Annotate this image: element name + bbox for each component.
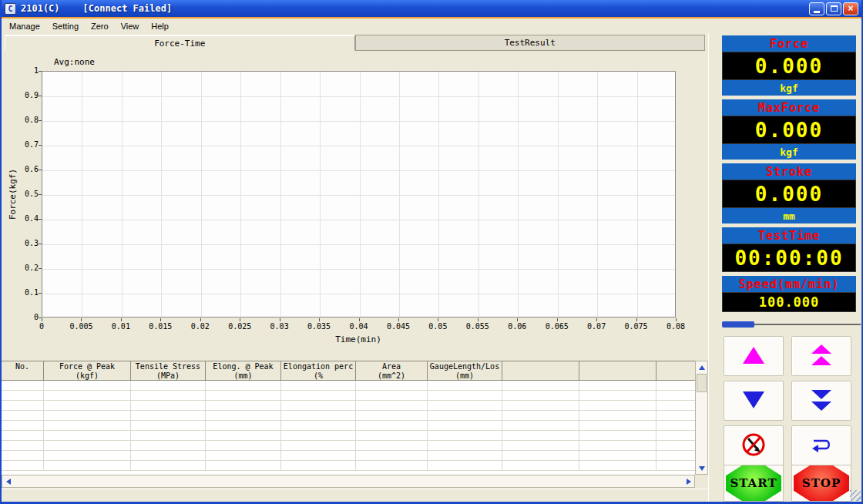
no-jog-icon (740, 432, 767, 459)
table-row[interactable] (2, 411, 695, 421)
title-bar[interactable]: C 2101(C) [Connect Failed] × (2, 0, 861, 17)
jog-fast-down-button[interactable] (791, 381, 851, 421)
table-cell (44, 451, 131, 460)
jog-fast-up-button[interactable] (791, 336, 851, 376)
slider-thumb[interactable] (722, 321, 754, 328)
tab-testresult[interactable]: TestResult (355, 35, 706, 51)
table-row[interactable] (2, 421, 695, 431)
scroll-left-button[interactable] (2, 475, 14, 487)
x-tick-label: 0.07 (576, 322, 616, 331)
table-cell (502, 451, 579, 460)
y-tick-label: 1 (12, 66, 39, 75)
table-row[interactable] (2, 461, 695, 471)
x-tick-mark (596, 318, 597, 321)
table-row[interactable] (2, 401, 695, 411)
table-cell (356, 451, 428, 460)
table-row[interactable] (2, 441, 695, 451)
column-header (579, 361, 656, 380)
app-window: C 2101(C) [Connect Failed] × ManageSetti… (0, 0, 863, 504)
table-cell (281, 421, 356, 430)
table-cell (131, 421, 206, 430)
stop-button[interactable]: STOP (791, 465, 851, 502)
tab-strip: Force-TimeTestResult (5, 35, 705, 51)
connect-status: [Connect Failed] (83, 3, 173, 14)
table-cell (579, 431, 656, 440)
close-button[interactable]: × (843, 2, 858, 15)
table-vertical-scrollbar[interactable] (695, 361, 708, 475)
table-cell (428, 441, 502, 450)
vertical-scroll-thumb[interactable] (697, 374, 707, 392)
table-cell (206, 451, 281, 460)
maximize-button[interactable] (826, 2, 841, 15)
table-cell (206, 431, 281, 440)
table-cell (281, 461, 356, 470)
table-cell (502, 411, 579, 420)
minimize-button[interactable] (809, 2, 824, 15)
menu-item-help[interactable]: Help (145, 19, 175, 33)
menu-item-setting[interactable]: Setting (46, 19, 85, 33)
table-row[interactable] (2, 431, 695, 441)
gauge-label: TestTime (722, 227, 856, 244)
table-cell (502, 421, 579, 430)
x-tick-mark (398, 318, 399, 321)
table-cell (579, 381, 656, 390)
jog-disable-button[interactable] (724, 425, 784, 465)
scroll-down-button[interactable] (696, 462, 707, 474)
table-row[interactable] (2, 391, 695, 401)
table-cell (428, 461, 502, 470)
table-cell (2, 391, 44, 400)
jog-down-button[interactable] (724, 381, 784, 421)
table-row[interactable] (2, 451, 695, 461)
gauge-value: 00:00:00 (722, 244, 856, 272)
table-cell (44, 381, 131, 390)
resize-grip[interactable] (850, 490, 861, 501)
window-controls: × (809, 2, 858, 15)
table-cell (428, 451, 502, 460)
table-cell (2, 411, 44, 420)
gridline-vertical (280, 72, 281, 317)
jog-up-button[interactable] (724, 336, 784, 376)
app-icon[interactable]: C (5, 3, 16, 15)
x-tick-mark (240, 318, 240, 321)
start-octagon-icon: START (726, 465, 781, 501)
table-cell (428, 411, 502, 420)
gauge-testtime: TestTime00:00:00 (722, 227, 856, 272)
x-tick-label: 0.01 (101, 322, 141, 331)
table-cell (131, 461, 206, 470)
gauge-label: MaxForce (722, 99, 856, 116)
status-bar (2, 489, 708, 502)
y-tick-mark (39, 120, 42, 121)
x-tick-label: 0 (22, 322, 62, 331)
gridline-vertical (479, 72, 479, 317)
x-tick-label: 0.06 (497, 322, 537, 331)
tab-force-time[interactable]: Force-Time (5, 35, 355, 51)
table-cell (281, 381, 356, 390)
scroll-up-button[interactable] (696, 361, 707, 373)
table-cell (579, 461, 656, 470)
table-cell (44, 391, 131, 400)
y-tick-label: 0.9 (12, 91, 39, 99)
table-cell (44, 431, 131, 440)
y-tick-label: 0.6 (12, 165, 39, 173)
column-header: Elong. @ Peak(mm) (206, 361, 281, 380)
x-tick-mark (478, 318, 479, 321)
x-tick-mark (121, 318, 122, 321)
left-arrow-icon (6, 479, 11, 485)
table-cell (206, 461, 281, 470)
gridline-vertical (518, 72, 519, 317)
table-cell (579, 421, 656, 430)
menu-bar: ManageSettingZeroViewHelp (2, 17, 861, 33)
table-cell (206, 411, 281, 420)
start-button[interactable]: START (724, 465, 784, 502)
return-button[interactable] (791, 425, 851, 465)
menu-item-manage[interactable]: Manage (3, 19, 46, 33)
table-row[interactable] (2, 381, 695, 391)
menu-item-zero[interactable]: Zero (85, 19, 115, 33)
gridline-horizontal (42, 121, 675, 122)
speed-slider[interactable] (722, 320, 861, 329)
table-horizontal-scrollbar[interactable] (2, 475, 695, 488)
scroll-right-button[interactable] (683, 475, 694, 487)
minimize-icon (814, 11, 820, 13)
table-cell (502, 381, 579, 390)
menu-item-view[interactable]: View (115, 19, 146, 33)
